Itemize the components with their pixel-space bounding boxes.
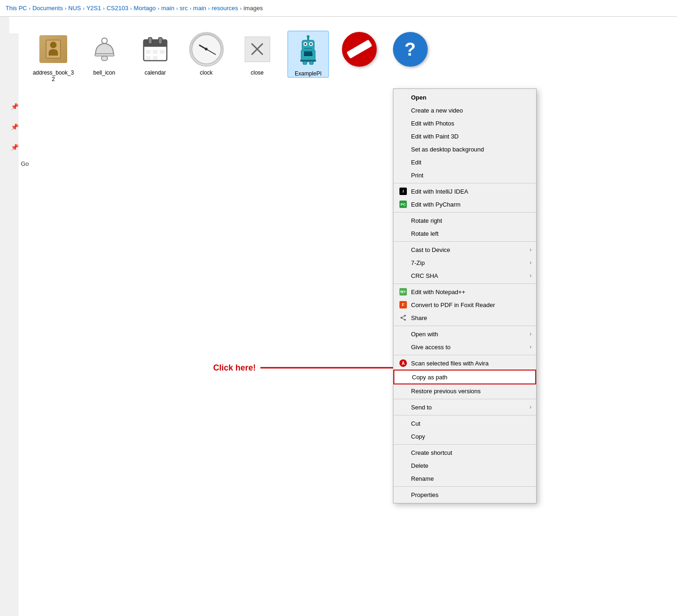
close-icon-wrapper bbox=[239, 31, 276, 68]
ctx-cut-label: Cut bbox=[411, 420, 420, 427]
svg-rect-28 bbox=[300, 60, 316, 62]
properties-icon bbox=[399, 490, 407, 499]
ctx-scan-avira[interactable]: A Scan selected files with Avira bbox=[393, 357, 536, 370]
person-head bbox=[50, 42, 57, 48]
ctx-edit-intellij[interactable]: I Edit with IntelliJ IDEA bbox=[393, 185, 536, 198]
ctx-properties[interactable]: Properties bbox=[393, 488, 536, 501]
ctx-rename-label: Rename bbox=[411, 475, 434, 482]
ctx-copy[interactable]: Copy bbox=[393, 430, 536, 443]
address-book-label: address_book_32 bbox=[32, 69, 74, 82]
breadcrumb-resources[interactable]: resources bbox=[212, 5, 238, 12]
ctx-give-access[interactable]: Give access to › bbox=[393, 340, 536, 353]
ctx-share[interactable]: Share bbox=[393, 311, 536, 324]
ctx-7zip[interactable]: 7-Zip › bbox=[393, 256, 536, 269]
breadcrumb-nus[interactable]: NUS bbox=[68, 5, 81, 12]
svg-rect-5 bbox=[144, 44, 167, 47]
ctx-rotate-right[interactable]: Rotate right bbox=[393, 214, 536, 227]
sep2: › bbox=[65, 6, 67, 11]
ctx-rename[interactable]: Rename bbox=[393, 472, 536, 485]
svg-rect-7 bbox=[158, 38, 162, 44]
ctx-create-shortcut[interactable]: Create shortcut bbox=[393, 446, 536, 459]
svg-point-22 bbox=[310, 43, 312, 45]
svg-point-18 bbox=[307, 35, 310, 38]
calendar-icon bbox=[141, 35, 169, 63]
breadcrumb-y2s1[interactable]: Y2S1 bbox=[86, 5, 101, 12]
ctx-delete[interactable]: Delete bbox=[393, 459, 536, 472]
ctx-edit[interactable]: Edit bbox=[393, 156, 536, 169]
question-mark: ? bbox=[405, 40, 416, 58]
ctx-open-with[interactable]: Open with › bbox=[393, 327, 536, 340]
file-item-no-entry[interactable] bbox=[338, 31, 380, 69]
calendar-label: calendar bbox=[145, 69, 166, 76]
ctx-create-video[interactable]: Create a new video bbox=[393, 104, 536, 117]
set-desktop-icon bbox=[399, 145, 407, 153]
ctx-send-to[interactable]: Send to › bbox=[393, 401, 536, 414]
ctx-restore-versions[interactable]: Restore previous versions bbox=[393, 384, 536, 397]
file-item-address-book[interactable]: address_book_32 bbox=[32, 31, 74, 82]
ctx-print[interactable]: Print bbox=[393, 169, 536, 182]
ctx-crc-sha[interactable]: CRC SHA › bbox=[393, 269, 536, 282]
file-item-calendar[interactable]: calendar bbox=[134, 31, 176, 76]
rotate-left-icon bbox=[399, 229, 407, 238]
file-item-bell[interactable]: bell_icon bbox=[83, 31, 125, 76]
ctx-rotate-left[interactable]: Rotate left bbox=[393, 227, 536, 240]
breadcrumb-mortago[interactable]: Mortago bbox=[134, 5, 156, 12]
robot-icon-wrapper bbox=[290, 31, 327, 69]
cut-icon bbox=[399, 419, 407, 427]
file-item-question[interactable]: ? bbox=[389, 31, 431, 69]
svg-rect-29 bbox=[304, 51, 312, 56]
send-to-arrow: › bbox=[530, 404, 531, 410]
ctx-edit-photos[interactable]: Edit with Photos bbox=[393, 117, 536, 130]
ctx-cast-device[interactable]: Cast to Device › bbox=[393, 243, 536, 256]
ctx-create-shortcut-label: Create shortcut bbox=[411, 449, 452, 456]
person-body bbox=[49, 49, 58, 56]
address-book-image bbox=[39, 35, 67, 63]
ctx-set-desktop-label: Set as desktop background bbox=[411, 146, 484, 153]
ctx-notepad[interactable]: N+ Edit with Notepad++ bbox=[393, 285, 536, 298]
avira-icon-wrapper: A bbox=[399, 359, 407, 367]
sep-after-restore bbox=[393, 399, 536, 399]
breadcrumb-cs2103[interactable]: CS2103 bbox=[107, 5, 128, 12]
ctx-edit-photos-label: Edit with Photos bbox=[411, 120, 454, 127]
no-entry-icon bbox=[342, 32, 377, 67]
sep3: › bbox=[83, 6, 85, 11]
ctx-copy-path[interactable]: Copy as path bbox=[393, 370, 536, 384]
copy-icon bbox=[399, 432, 407, 440]
ctx-properties-label: Properties bbox=[411, 491, 438, 498]
file-item-close[interactable]: close bbox=[236, 31, 278, 76]
ctx-edit-pycharm[interactable]: PC Edit with PyCharm bbox=[393, 198, 536, 211]
create-shortcut-icon bbox=[399, 448, 407, 457]
sep1: › bbox=[29, 6, 31, 11]
ctx-foxit[interactable]: F Convert to PDF in Foxit Reader bbox=[393, 298, 536, 311]
breadcrumb-thispc[interactable]: This PC bbox=[6, 5, 27, 12]
sep6: › bbox=[158, 6, 159, 11]
breadcrumb-src[interactable]: src bbox=[180, 5, 188, 12]
intellij-icon: I bbox=[399, 187, 407, 195]
open-with-arrow: › bbox=[530, 331, 531, 337]
ctx-cut[interactable]: Cut bbox=[393, 417, 536, 430]
pin-icon-2[interactable]: 📌 bbox=[11, 123, 17, 130]
context-menu: Open Create a new video Edit with Photos… bbox=[393, 88, 537, 503]
breadcrumb-main2[interactable]: main bbox=[193, 5, 206, 12]
ctx-crc-sha-label: CRC SHA bbox=[411, 272, 438, 279]
ctx-open[interactable]: Open bbox=[393, 91, 536, 104]
ctx-edit-paint3d-label: Edit with Paint 3D bbox=[411, 133, 459, 140]
file-item-clock[interactable]: clock bbox=[185, 31, 227, 76]
clock-center-dot bbox=[205, 48, 208, 50]
pin-icon-3[interactable]: 📌 bbox=[11, 144, 17, 150]
svg-rect-6 bbox=[148, 38, 152, 44]
svg-rect-23 bbox=[304, 48, 312, 49]
robot-icon bbox=[292, 34, 324, 66]
svg-rect-10 bbox=[160, 50, 165, 54]
ctx-set-desktop[interactable]: Set as desktop background bbox=[393, 143, 536, 156]
pin-icon-1[interactable]: 📌 bbox=[11, 103, 17, 109]
address-book-icon bbox=[35, 31, 72, 68]
explorer-area: 📌 📌 📌 Go address_book_32 bbox=[9, 17, 677, 616]
sep-after-print bbox=[393, 183, 536, 183]
breadcrumb-main1[interactable]: main bbox=[161, 5, 174, 12]
sep-after-crc bbox=[393, 283, 536, 284]
ctx-print-label: Print bbox=[411, 172, 424, 179]
file-item-examplepi[interactable]: ExamplePI bbox=[287, 31, 329, 78]
breadcrumb-documents[interactable]: Documents bbox=[32, 5, 63, 12]
ctx-edit-paint3d[interactable]: Edit with Paint 3D bbox=[393, 130, 536, 143]
